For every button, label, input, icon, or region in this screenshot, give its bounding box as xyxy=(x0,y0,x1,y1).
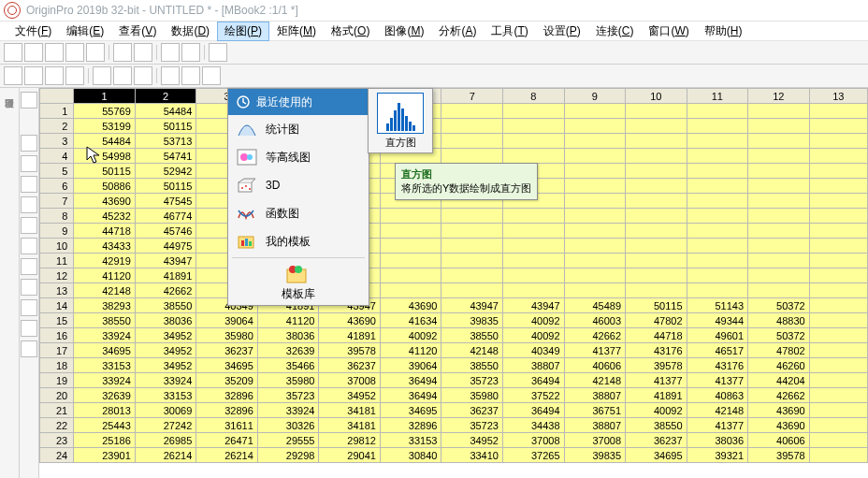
data-cell[interactable] xyxy=(748,283,810,298)
data-cell[interactable]: 46774 xyxy=(135,209,196,224)
data-cell[interactable] xyxy=(809,283,867,298)
tb-ws-2-icon[interactable] xyxy=(24,66,43,85)
data-cell[interactable]: 42662 xyxy=(748,388,810,403)
tb-ws-3-icon[interactable] xyxy=(45,66,64,85)
data-cell[interactable]: 44718 xyxy=(74,224,136,239)
data-cell[interactable]: 35980 xyxy=(196,328,258,343)
plot-menu-template-library[interactable]: 模板库 xyxy=(228,260,369,305)
row-header[interactable]: 14 xyxy=(40,298,74,313)
data-cell[interactable]: 43690 xyxy=(74,194,136,209)
data-cell[interactable] xyxy=(809,253,867,268)
tool-arrow-icon[interactable] xyxy=(21,217,37,234)
data-cell[interactable]: 36494 xyxy=(380,373,441,388)
plot-menu-mytemplates[interactable]: 我的模板 xyxy=(228,227,369,255)
data-cell[interactable]: 38036 xyxy=(135,313,196,328)
data-cell[interactable]: 38807 xyxy=(564,418,626,433)
data-cell[interactable]: 34181 xyxy=(319,418,381,433)
row-header[interactable]: 13 xyxy=(40,283,74,298)
data-cell[interactable]: 36751 xyxy=(564,403,626,418)
tool-hand-icon[interactable] xyxy=(21,279,37,296)
data-cell[interactable] xyxy=(502,283,564,298)
data-cell[interactable]: 43690 xyxy=(748,403,810,418)
data-cell[interactable] xyxy=(809,149,867,164)
menu-file[interactable]: 文件(F) xyxy=(7,22,59,41)
data-cell[interactable] xyxy=(564,194,626,209)
data-cell[interactable]: 42662 xyxy=(564,328,626,343)
menu-analysis[interactable]: 分析(A) xyxy=(431,22,484,41)
data-cell[interactable]: 32896 xyxy=(196,403,258,418)
row-header[interactable]: 7 xyxy=(40,194,74,209)
data-cell[interactable]: 29041 xyxy=(319,448,381,463)
data-cell[interactable]: 39064 xyxy=(380,358,441,373)
data-cell[interactable] xyxy=(626,239,687,253)
data-cell[interactable] xyxy=(809,134,867,149)
tool-pan-icon[interactable] xyxy=(21,155,37,172)
data-cell[interactable] xyxy=(809,358,867,373)
data-cell[interactable]: 40349 xyxy=(502,343,564,358)
data-cell[interactable] xyxy=(687,253,748,268)
data-cell[interactable]: 35209 xyxy=(196,373,258,388)
data-cell[interactable] xyxy=(441,149,503,164)
data-cell[interactable]: 41377 xyxy=(626,373,687,388)
data-cell[interactable]: 45746 xyxy=(135,224,196,239)
data-cell[interactable] xyxy=(441,239,503,253)
data-cell[interactable] xyxy=(748,104,810,119)
data-cell[interactable] xyxy=(809,448,867,463)
row-header[interactable]: 3 xyxy=(40,134,74,149)
data-cell[interactable]: 41891 xyxy=(135,268,196,283)
data-cell[interactable] xyxy=(502,239,564,253)
data-cell[interactable]: 32896 xyxy=(196,388,258,403)
data-cell[interactable]: 44204 xyxy=(748,373,810,388)
data-cell[interactable]: 41891 xyxy=(319,328,381,343)
data-cell[interactable]: 32639 xyxy=(257,343,319,358)
data-cell[interactable] xyxy=(564,239,626,253)
data-cell[interactable]: 51143 xyxy=(687,298,748,313)
col-header[interactable]: 11 xyxy=(687,89,748,104)
tool-rect-icon[interactable] xyxy=(21,258,37,275)
data-cell[interactable]: 49344 xyxy=(687,313,748,328)
corner-cell[interactable] xyxy=(40,89,74,104)
data-cell[interactable]: 43690 xyxy=(748,418,810,433)
data-cell[interactable] xyxy=(626,119,687,134)
data-cell[interactable] xyxy=(687,119,748,134)
data-cell[interactable] xyxy=(748,224,810,239)
data-cell[interactable]: 43947 xyxy=(135,253,196,268)
data-cell[interactable]: 34952 xyxy=(135,328,196,343)
data-cell[interactable]: 33153 xyxy=(135,388,196,403)
data-cell[interactable]: 44718 xyxy=(626,328,687,343)
data-cell[interactable] xyxy=(626,194,687,209)
data-cell[interactable]: 38550 xyxy=(441,328,503,343)
data-cell[interactable]: 26471 xyxy=(196,433,258,448)
data-cell[interactable]: 47802 xyxy=(626,313,687,328)
data-cell[interactable] xyxy=(809,388,867,403)
data-cell[interactable]: 35466 xyxy=(257,358,319,373)
data-cell[interactable] xyxy=(687,164,748,179)
tool-pointer-icon[interactable] xyxy=(21,92,37,109)
data-cell[interactable] xyxy=(748,149,810,164)
data-cell[interactable]: 46517 xyxy=(687,343,748,358)
menu-prefs[interactable]: 设置(P) xyxy=(536,22,588,41)
data-cell[interactable]: 43690 xyxy=(380,298,441,313)
menu-matrix[interactable]: 矩阵(M) xyxy=(269,22,324,41)
data-cell[interactable] xyxy=(564,283,626,298)
data-cell[interactable]: 46260 xyxy=(748,358,810,373)
data-cell[interactable]: 30069 xyxy=(135,403,196,418)
data-cell[interactable]: 26214 xyxy=(196,448,258,463)
data-cell[interactable]: 40863 xyxy=(687,388,748,403)
data-cell[interactable]: 50115 xyxy=(135,119,196,134)
tb-save-icon[interactable] xyxy=(134,43,152,62)
data-cell[interactable] xyxy=(626,164,687,179)
tb-export-icon[interactable] xyxy=(181,43,200,62)
row-header[interactable]: 23 xyxy=(40,433,74,448)
col-header[interactable]: 2 xyxy=(135,89,196,104)
data-cell[interactable]: 32896 xyxy=(380,418,441,433)
data-cell[interactable] xyxy=(809,104,867,119)
tb-ws-7-icon[interactable] xyxy=(134,66,152,85)
data-cell[interactable] xyxy=(502,209,564,224)
data-cell[interactable]: 41891 xyxy=(626,388,687,403)
data-cell[interactable] xyxy=(441,104,503,119)
data-cell[interactable]: 49601 xyxy=(687,328,748,343)
data-cell[interactable]: 37008 xyxy=(502,433,564,448)
data-cell[interactable] xyxy=(687,283,748,298)
data-cell[interactable] xyxy=(687,209,748,224)
